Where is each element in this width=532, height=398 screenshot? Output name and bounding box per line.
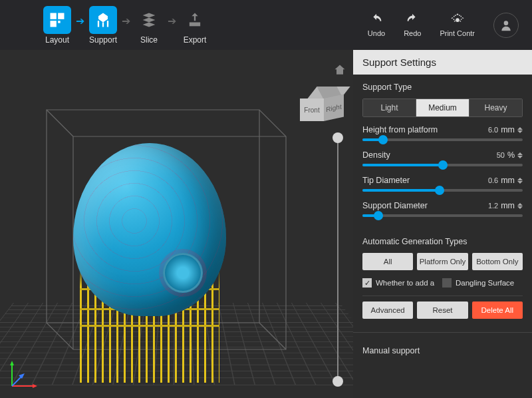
support-type-medium[interactable]: Medium	[416, 99, 469, 116]
print-control-label: Print Contr	[440, 29, 475, 37]
density-slider[interactable]	[362, 164, 523, 166]
reset-button[interactable]: Reset	[417, 301, 467, 319]
undo-label: Undo	[368, 29, 385, 37]
redo-button[interactable]: Redo	[404, 13, 421, 37]
density-spinner[interactable]	[517, 152, 523, 158]
density-unit: %	[507, 150, 515, 160]
redo-icon	[405, 13, 420, 27]
clip-slider-bottom-handle[interactable]	[332, 376, 343, 387]
undo-icon	[369, 13, 384, 27]
svg-rect-3	[58, 21, 61, 23]
chevron-down-icon[interactable]	[517, 130, 523, 133]
viewport-3d[interactable]: Front Right	[0, 50, 353, 398]
layout-icon	[43, 6, 71, 34]
print-control-icon	[450, 13, 465, 27]
height-value-input[interactable]	[477, 126, 498, 134]
height-slider[interactable]	[362, 138, 523, 141]
height-label: Height from platform	[362, 125, 438, 134]
base-checkbox[interactable]: ✓ Whether to add a b	[362, 278, 434, 288]
toolbar-right: Undo Redo Print Contr	[368, 13, 519, 38]
viewcube-right-face[interactable]: Right	[324, 95, 344, 121]
support-type-segmented: Light Medium Heavy	[362, 99, 523, 117]
divider	[362, 296, 523, 296]
tip-slider[interactable]	[362, 189, 523, 192]
stage-arrow-icon: ➔	[168, 15, 176, 27]
dangling-surface-checkbox[interactable]: Dangling Surface	[442, 278, 514, 288]
print-control-button[interactable]: Print Contr	[440, 13, 475, 37]
tip-spinner[interactable]	[517, 178, 523, 184]
clip-slider-track[interactable]	[337, 136, 338, 383]
support-settings-panel: Support Settings Support Type Light Medi…	[353, 50, 532, 398]
density-label: Density	[362, 150, 390, 160]
density-value-input[interactable]	[483, 151, 505, 159]
tip-slider-thumb[interactable]	[435, 186, 444, 195]
checkmark-icon: ✓	[362, 278, 372, 288]
height-unit: mm	[501, 125, 515, 134]
view-home-button[interactable]	[333, 63, 346, 79]
autogen-types-label: Automatic Generation Types	[362, 237, 523, 246]
svg-marker-12	[33, 384, 37, 388]
supportd-slider-thumb[interactable]	[374, 211, 383, 220]
base-checkbox-label: Whether to add a b	[376, 279, 434, 287]
manual-support-label: Manual support	[362, 346, 523, 355]
height-slider-thumb[interactable]	[378, 135, 388, 144]
stage-layout[interactable]: Layout	[41, 6, 73, 45]
stage-arrow-icon: ➔	[76, 15, 84, 27]
tip-unit: mm	[501, 176, 515, 185]
view-cube[interactable]: Front Right	[300, 87, 346, 123]
supportd-value-input[interactable]	[477, 202, 498, 210]
axis-gizmo	[8, 359, 39, 390]
svg-rect-1	[58, 13, 64, 19]
stage-layout-label: Layout	[45, 35, 69, 45]
svg-rect-2	[51, 21, 57, 27]
chevron-down-icon[interactable]	[517, 181, 523, 184]
viewcube-front-face[interactable]: Front	[300, 99, 324, 121]
stage-support[interactable]: Support	[87, 6, 119, 45]
advanced-button[interactable]: Advanced	[362, 301, 413, 319]
svg-point-8	[504, 21, 509, 25]
user-icon	[499, 19, 513, 32]
support-type-light[interactable]: Light	[363, 99, 416, 116]
chevron-down-icon[interactable]	[517, 206, 523, 209]
svg-rect-6	[107, 21, 108, 27]
chevron-up-icon[interactable]	[517, 152, 523, 155]
supportd-unit: mm	[501, 201, 515, 210]
stage-slice-label: Slice	[140, 35, 158, 45]
delete-all-button[interactable]: Delete All	[472, 301, 523, 319]
support-type-heavy[interactable]: Heavy	[469, 99, 522, 116]
slice-icon	[135, 6, 163, 34]
svg-rect-4	[98, 21, 99, 27]
panel-title: Support Settings	[353, 50, 532, 75]
autogen-platform-button[interactable]: Platform Only	[417, 253, 467, 270]
top-toolbar: Layout ➔ Support ➔ Slice ➔ Export Undo	[0, 0, 532, 50]
chevron-up-icon[interactable]	[517, 203, 523, 206]
home-icon	[333, 63, 346, 77]
user-account-button[interactable]	[493, 13, 519, 38]
chevron-down-icon[interactable]	[517, 156, 523, 158]
tip-value-input[interactable]	[477, 176, 498, 184]
autogen-bottom-button[interactable]: Bottom Only	[472, 253, 523, 270]
height-spinner[interactable]	[517, 127, 523, 133]
undo-button[interactable]: Undo	[368, 13, 385, 37]
stage-slice[interactable]: Slice	[133, 6, 165, 45]
chevron-up-icon[interactable]	[517, 178, 523, 180]
dangling-surface-label: Dangling Surface	[456, 279, 514, 287]
divider	[353, 332, 532, 333]
autogen-all-button[interactable]: All	[362, 253, 413, 270]
supportd-label: Support Diameter	[362, 201, 428, 210]
stage-export[interactable]: Export	[179, 6, 211, 45]
workflow-stages: Layout ➔ Support ➔ Slice ➔ Export	[41, 6, 211, 45]
stage-support-label: Support	[89, 35, 117, 45]
clip-slider-top-handle[interactable]	[332, 132, 343, 143]
chevron-up-icon[interactable]	[517, 127, 523, 130]
svg-rect-0	[51, 13, 57, 19]
stage-export-label: Export	[184, 35, 207, 45]
density-slider-thumb[interactable]	[438, 160, 448, 170]
supportd-spinner[interactable]	[517, 203, 523, 209]
redo-label: Redo	[404, 29, 421, 37]
supportd-slider[interactable]	[362, 214, 523, 217]
checkbox-empty-icon	[442, 278, 452, 288]
stage-arrow-icon: ➔	[122, 15, 130, 27]
export-icon	[181, 6, 209, 34]
svg-rect-5	[102, 22, 104, 27]
